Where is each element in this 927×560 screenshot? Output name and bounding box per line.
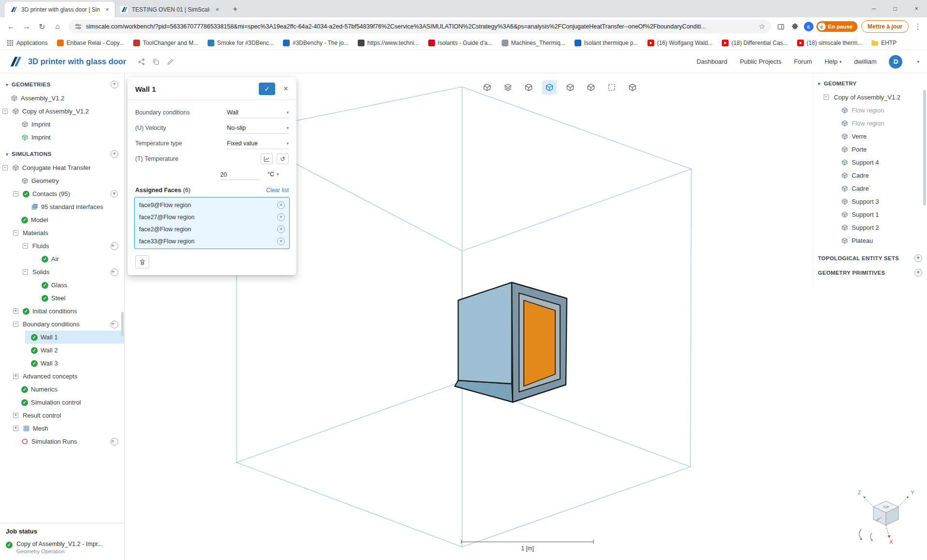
- user-avatar[interactable]: D: [889, 55, 902, 69]
- printer-model[interactable]: [455, 282, 567, 402]
- filter-icon[interactable]: [110, 190, 118, 198]
- geometry-part-item[interactable]: Flow region: [813, 117, 927, 130]
- assigned-face-item[interactable]: face2@Flow region×: [135, 223, 289, 235]
- collapse-icon[interactable]: −: [13, 191, 18, 196]
- close-button[interactable]: ×: [906, 0, 927, 17]
- tab-close-icon[interactable]: ×: [103, 6, 111, 14]
- bookmark-folder-ehtp[interactable]: EHTP: [871, 40, 897, 46]
- tree-item-materials[interactable]: −Materials: [0, 226, 124, 239]
- new-tab-button[interactable]: +: [229, 3, 241, 15]
- bookmark-item[interactable]: (16) Wolfgang Wald...: [647, 40, 713, 46]
- add-boundary-condition-icon[interactable]: +: [111, 321, 118, 328]
- geometries-section-header[interactable]: ▾ GEOMETRIES +: [0, 77, 124, 92]
- geometry-primitives-header[interactable]: GEOMETRY PRIMITIVES +: [813, 266, 927, 280]
- forward-button[interactable]: →: [19, 19, 34, 34]
- axis-x-label[interactable]: X: [889, 539, 893, 545]
- add-primitive-icon[interactable]: +: [914, 269, 922, 277]
- bookmark-item[interactable]: Enbase Relai - Copy...: [57, 40, 124, 46]
- bookmark-item[interactable]: (18) simscale therm...: [797, 40, 862, 46]
- viewport-3d[interactable]: 1 [m] TOP LEFT Z: [125, 73, 927, 560]
- clear-list-link[interactable]: Clear list: [266, 187, 289, 194]
- collapse-icon[interactable]: −: [13, 230, 18, 236]
- apply-button[interactable]: ✓: [259, 83, 275, 95]
- username[interactable]: dwilliam: [854, 58, 876, 65]
- collapse-icon[interactable]: −: [2, 165, 8, 170]
- nav-public-projects[interactable]: Public Projects: [740, 58, 781, 65]
- bookmark-applications[interactable]: Applications: [7, 40, 48, 46]
- sidebar-scrollbar[interactable]: [121, 312, 124, 336]
- collapse-icon[interactable]: −: [23, 243, 28, 249]
- assigned-face-item[interactable]: face27@Flow region×: [135, 211, 289, 223]
- boundary-condition-select[interactable]: Wall▾: [227, 107, 289, 118]
- table-input-icon[interactable]: [261, 154, 273, 164]
- geometry-part-item[interactable]: Plateau: [813, 234, 927, 247]
- address-bar[interactable]: simscale.com/workbench/?pid=563367077786…: [69, 20, 771, 33]
- geometry-part-item[interactable]: Support 3: [813, 195, 927, 208]
- site-info-icon[interactable]: [74, 23, 82, 30]
- remove-face-icon[interactable]: ×: [277, 201, 285, 209]
- tree-item-imprint[interactable]: Imprint: [0, 118, 124, 131]
- geometry-part-item[interactable]: Support 4: [813, 156, 927, 169]
- reset-value-icon[interactable]: ↺: [277, 154, 289, 164]
- bookmark-star-icon[interactable]: ☆: [758, 22, 765, 31]
- back-button[interactable]: ←: [4, 19, 18, 34]
- panel-scrollbar[interactable]: [923, 90, 926, 206]
- tree-item-wall-1[interactable]: ✓Wall 1: [0, 331, 124, 344]
- bookmark-item[interactable]: ToolChanger and M...: [133, 40, 198, 46]
- add-run-icon[interactable]: +: [111, 438, 118, 446]
- tree-item-contacts[interactable]: −✓Contacts (95): [0, 187, 124, 200]
- remove-face-icon[interactable]: ×: [277, 213, 285, 221]
- model-left-face[interactable]: [458, 282, 512, 384]
- tree-item-result-control[interactable]: +Result control: [0, 409, 124, 422]
- browser-menu-icon[interactable]: ⋮: [913, 22, 923, 31]
- velocity-select[interactable]: No-slip▾: [227, 122, 289, 134]
- expand-icon[interactable]: +: [13, 413, 18, 418]
- box-select-icon[interactable]: [604, 80, 619, 95]
- axis-z-label[interactable]: Z: [858, 490, 861, 495]
- tree-item-numerics[interactable]: ✓Numerics: [0, 383, 124, 396]
- side-panel-icon[interactable]: [775, 20, 787, 33]
- tree-item-simulation-control[interactable]: ✓Simulation control: [0, 396, 124, 409]
- tab-simscale-printer[interactable]: 3D printer with glass door | SimS ×: [5, 2, 115, 17]
- bookmark-item[interactable]: (18) Differential Cas...: [722, 40, 788, 46]
- geometry-part-item[interactable]: Porte: [813, 143, 927, 156]
- topological-entity-sets-header[interactable]: TOPOLOGICAL ENTITY SETS +: [813, 251, 927, 266]
- geometry-root-item[interactable]: −Copy of Assembly_V1.2: [813, 91, 927, 104]
- nav-forum[interactable]: Forum: [794, 58, 812, 65]
- simulations-section-header[interactable]: ▾ SIMULATIONS +: [0, 147, 124, 161]
- orientation-gizmo[interactable]: TOP LEFT Z Y X: [845, 483, 927, 555]
- bookmark-item[interactable]: Machines_Thermiq...: [502, 40, 565, 46]
- bookmark-item[interactable]: Smoke for #3DBenc...: [208, 40, 274, 46]
- tab-testing-oven[interactable]: TESTING OVEN 01 | SimScale Wo ×: [115, 2, 225, 17]
- extensions-puzzle-icon[interactable]: [788, 20, 801, 33]
- minimize-button[interactable]: ─: [863, 0, 885, 17]
- tree-item-air[interactable]: ✓Air: [0, 252, 124, 266]
- copy-project-icon[interactable]: [152, 58, 160, 66]
- expand-icon[interactable]: +: [13, 308, 18, 314]
- fit-view-icon[interactable]: [480, 80, 494, 95]
- remove-face-icon[interactable]: ×: [277, 225, 285, 233]
- explode-view-icon[interactable]: [563, 80, 577, 95]
- url-text[interactable]: simscale.com/workbench/?pid=563367077786…: [86, 23, 755, 30]
- add-entity-set-icon[interactable]: +: [914, 254, 922, 262]
- close-panel-icon[interactable]: ×: [281, 84, 291, 94]
- tab-close-icon[interactable]: ×: [213, 6, 221, 14]
- bookmark-item[interactable]: https://www.techni...: [358, 40, 419, 46]
- collapse-icon[interactable]: −: [23, 269, 28, 275]
- tree-item-conjugate-heat-transfer[interactable]: −Conjugate Heat Transfer: [0, 161, 124, 174]
- geometry-section-header[interactable]: ▾ GEOMETRY: [813, 76, 927, 91]
- chrome-update-button[interactable]: Mettre à jour: [861, 20, 909, 33]
- tree-item-initial-conditions[interactable]: +✓Initial conditions: [0, 305, 124, 318]
- tree-item-mesh[interactable]: +Mesh: [0, 422, 124, 435]
- add-simulation-icon[interactable]: +: [111, 150, 118, 158]
- shaded-view-icon[interactable]: [521, 80, 536, 95]
- section-view-icon[interactable]: [625, 80, 640, 95]
- bookmark-item[interactable]: Isolants - Guide d'a...: [428, 40, 492, 46]
- layers-icon[interactable]: [501, 80, 515, 95]
- nav-dashboard[interactable]: Dashboard: [697, 58, 728, 65]
- geometry-part-item[interactable]: Flow region: [813, 104, 927, 117]
- add-fluid-icon[interactable]: +: [111, 242, 118, 250]
- nav-help[interactable]: Help▾: [825, 58, 842, 65]
- geometry-part-item[interactable]: Verre: [813, 130, 927, 143]
- tree-item-assembly[interactable]: Assembly_V1.2: [0, 92, 124, 105]
